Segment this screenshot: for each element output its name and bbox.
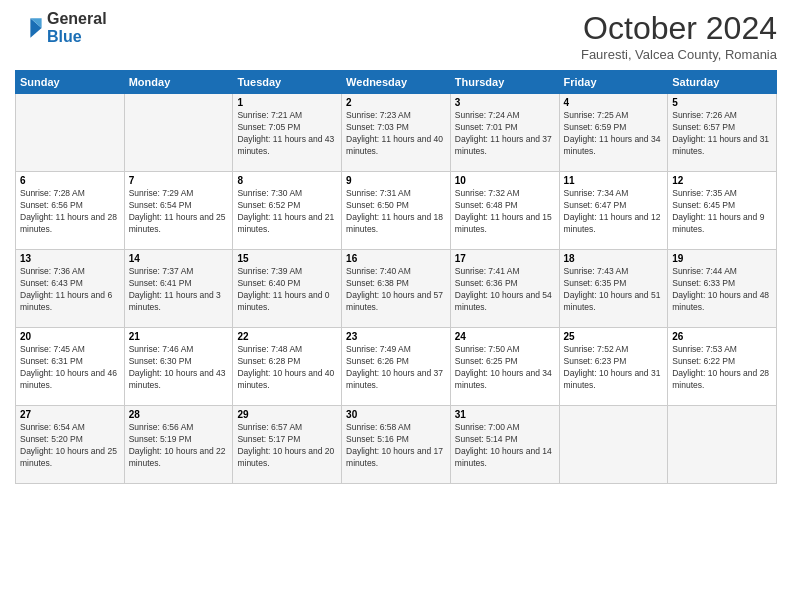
day-number: 25 — [564, 331, 664, 342]
day-info: Sunrise: 7:52 AMSunset: 6:23 PMDaylight:… — [564, 344, 664, 392]
day-info: Sunrise: 7:40 AMSunset: 6:38 PMDaylight:… — [346, 266, 446, 314]
day-number: 3 — [455, 97, 555, 108]
calendar-cell: 28Sunrise: 6:56 AMSunset: 5:19 PMDayligh… — [124, 406, 233, 484]
day-number: 10 — [455, 175, 555, 186]
calendar-cell: 14Sunrise: 7:37 AMSunset: 6:41 PMDayligh… — [124, 250, 233, 328]
weekday-header: Sunday — [16, 71, 125, 94]
day-info: Sunrise: 7:31 AMSunset: 6:50 PMDaylight:… — [346, 188, 446, 236]
calendar-cell: 10Sunrise: 7:32 AMSunset: 6:48 PMDayligh… — [450, 172, 559, 250]
day-info: Sunrise: 6:56 AMSunset: 5:19 PMDaylight:… — [129, 422, 229, 470]
day-info: Sunrise: 7:50 AMSunset: 6:25 PMDaylight:… — [455, 344, 555, 392]
day-info: Sunrise: 7:23 AMSunset: 7:03 PMDaylight:… — [346, 110, 446, 158]
day-number: 31 — [455, 409, 555, 420]
calendar-cell: 23Sunrise: 7:49 AMSunset: 6:26 PMDayligh… — [342, 328, 451, 406]
day-number: 15 — [237, 253, 337, 264]
calendar-cell: 16Sunrise: 7:40 AMSunset: 6:38 PMDayligh… — [342, 250, 451, 328]
day-number: 2 — [346, 97, 446, 108]
calendar-cell — [124, 94, 233, 172]
calendar-cell: 11Sunrise: 7:34 AMSunset: 6:47 PMDayligh… — [559, 172, 668, 250]
calendar-cell: 20Sunrise: 7:45 AMSunset: 6:31 PMDayligh… — [16, 328, 125, 406]
calendar-cell: 7Sunrise: 7:29 AMSunset: 6:54 PMDaylight… — [124, 172, 233, 250]
month-title: October 2024 — [581, 10, 777, 47]
calendar-cell: 8Sunrise: 7:30 AMSunset: 6:52 PMDaylight… — [233, 172, 342, 250]
day-info: Sunrise: 7:24 AMSunset: 7:01 PMDaylight:… — [455, 110, 555, 158]
calendar-page: General Blue October 2024 Fauresti, Valc… — [0, 0, 792, 612]
day-info: Sunrise: 7:48 AMSunset: 6:28 PMDaylight:… — [237, 344, 337, 392]
weekday-header: Monday — [124, 71, 233, 94]
day-info: Sunrise: 7:44 AMSunset: 6:33 PMDaylight:… — [672, 266, 772, 314]
calendar-cell: 29Sunrise: 6:57 AMSunset: 5:17 PMDayligh… — [233, 406, 342, 484]
day-info: Sunrise: 6:58 AMSunset: 5:16 PMDaylight:… — [346, 422, 446, 470]
logo-text: General Blue — [47, 10, 107, 45]
calendar-week-row: 20Sunrise: 7:45 AMSunset: 6:31 PMDayligh… — [16, 328, 777, 406]
day-number: 7 — [129, 175, 229, 186]
day-number: 24 — [455, 331, 555, 342]
day-number: 13 — [20, 253, 120, 264]
day-number: 6 — [20, 175, 120, 186]
weekday-header: Saturday — [668, 71, 777, 94]
day-info: Sunrise: 7:28 AMSunset: 6:56 PMDaylight:… — [20, 188, 120, 236]
calendar-week-row: 6Sunrise: 7:28 AMSunset: 6:56 PMDaylight… — [16, 172, 777, 250]
calendar-cell: 5Sunrise: 7:26 AMSunset: 6:57 PMDaylight… — [668, 94, 777, 172]
calendar-cell: 19Sunrise: 7:44 AMSunset: 6:33 PMDayligh… — [668, 250, 777, 328]
logo-line2: Blue — [47, 28, 107, 46]
day-info: Sunrise: 7:45 AMSunset: 6:31 PMDaylight:… — [20, 344, 120, 392]
location: Fauresti, Valcea County, Romania — [581, 47, 777, 62]
day-info: Sunrise: 7:35 AMSunset: 6:45 PMDaylight:… — [672, 188, 772, 236]
day-number: 14 — [129, 253, 229, 264]
day-info: Sunrise: 7:53 AMSunset: 6:22 PMDaylight:… — [672, 344, 772, 392]
day-info: Sunrise: 6:54 AMSunset: 5:20 PMDaylight:… — [20, 422, 120, 470]
calendar-week-row: 27Sunrise: 6:54 AMSunset: 5:20 PMDayligh… — [16, 406, 777, 484]
day-info: Sunrise: 7:30 AMSunset: 6:52 PMDaylight:… — [237, 188, 337, 236]
day-number: 27 — [20, 409, 120, 420]
day-number: 11 — [564, 175, 664, 186]
day-number: 5 — [672, 97, 772, 108]
day-number: 1 — [237, 97, 337, 108]
calendar-cell: 26Sunrise: 7:53 AMSunset: 6:22 PMDayligh… — [668, 328, 777, 406]
calendar-week-row: 13Sunrise: 7:36 AMSunset: 6:43 PMDayligh… — [16, 250, 777, 328]
calendar-cell: 30Sunrise: 6:58 AMSunset: 5:16 PMDayligh… — [342, 406, 451, 484]
day-number: 9 — [346, 175, 446, 186]
calendar-cell: 6Sunrise: 7:28 AMSunset: 6:56 PMDaylight… — [16, 172, 125, 250]
title-block: October 2024 Fauresti, Valcea County, Ro… — [581, 10, 777, 62]
day-number: 17 — [455, 253, 555, 264]
day-number: 23 — [346, 331, 446, 342]
day-number: 18 — [564, 253, 664, 264]
calendar-header: SundayMondayTuesdayWednesdayThursdayFrid… — [16, 71, 777, 94]
day-info: Sunrise: 7:25 AMSunset: 6:59 PMDaylight:… — [564, 110, 664, 158]
weekday-row: SundayMondayTuesdayWednesdayThursdayFrid… — [16, 71, 777, 94]
day-number: 29 — [237, 409, 337, 420]
calendar-cell: 31Sunrise: 7:00 AMSunset: 5:14 PMDayligh… — [450, 406, 559, 484]
calendar-week-row: 1Sunrise: 7:21 AMSunset: 7:05 PMDaylight… — [16, 94, 777, 172]
calendar-cell: 1Sunrise: 7:21 AMSunset: 7:05 PMDaylight… — [233, 94, 342, 172]
day-info: Sunrise: 7:29 AMSunset: 6:54 PMDaylight:… — [129, 188, 229, 236]
calendar-cell — [668, 406, 777, 484]
day-info: Sunrise: 7:36 AMSunset: 6:43 PMDaylight:… — [20, 266, 120, 314]
day-info: Sunrise: 7:46 AMSunset: 6:30 PMDaylight:… — [129, 344, 229, 392]
day-info: Sunrise: 7:32 AMSunset: 6:48 PMDaylight:… — [455, 188, 555, 236]
day-info: Sunrise: 7:49 AMSunset: 6:26 PMDaylight:… — [346, 344, 446, 392]
day-number: 21 — [129, 331, 229, 342]
day-number: 8 — [237, 175, 337, 186]
day-info: Sunrise: 7:34 AMSunset: 6:47 PMDaylight:… — [564, 188, 664, 236]
logo-line1: General — [47, 10, 107, 28]
calendar-cell: 25Sunrise: 7:52 AMSunset: 6:23 PMDayligh… — [559, 328, 668, 406]
calendar-cell: 4Sunrise: 7:25 AMSunset: 6:59 PMDaylight… — [559, 94, 668, 172]
weekday-header: Thursday — [450, 71, 559, 94]
calendar-cell: 18Sunrise: 7:43 AMSunset: 6:35 PMDayligh… — [559, 250, 668, 328]
calendar-cell: 27Sunrise: 6:54 AMSunset: 5:20 PMDayligh… — [16, 406, 125, 484]
day-info: Sunrise: 7:37 AMSunset: 6:41 PMDaylight:… — [129, 266, 229, 314]
day-info: Sunrise: 7:26 AMSunset: 6:57 PMDaylight:… — [672, 110, 772, 158]
weekday-header: Friday — [559, 71, 668, 94]
weekday-header: Wednesday — [342, 71, 451, 94]
calendar-cell: 22Sunrise: 7:48 AMSunset: 6:28 PMDayligh… — [233, 328, 342, 406]
day-number: 20 — [20, 331, 120, 342]
day-info: Sunrise: 7:39 AMSunset: 6:40 PMDaylight:… — [237, 266, 337, 314]
day-number: 19 — [672, 253, 772, 264]
day-number: 22 — [237, 331, 337, 342]
day-number: 12 — [672, 175, 772, 186]
day-info: Sunrise: 7:00 AMSunset: 5:14 PMDaylight:… — [455, 422, 555, 470]
header: General Blue October 2024 Fauresti, Valc… — [15, 10, 777, 62]
day-info: Sunrise: 7:21 AMSunset: 7:05 PMDaylight:… — [237, 110, 337, 158]
calendar-cell: 9Sunrise: 7:31 AMSunset: 6:50 PMDaylight… — [342, 172, 451, 250]
